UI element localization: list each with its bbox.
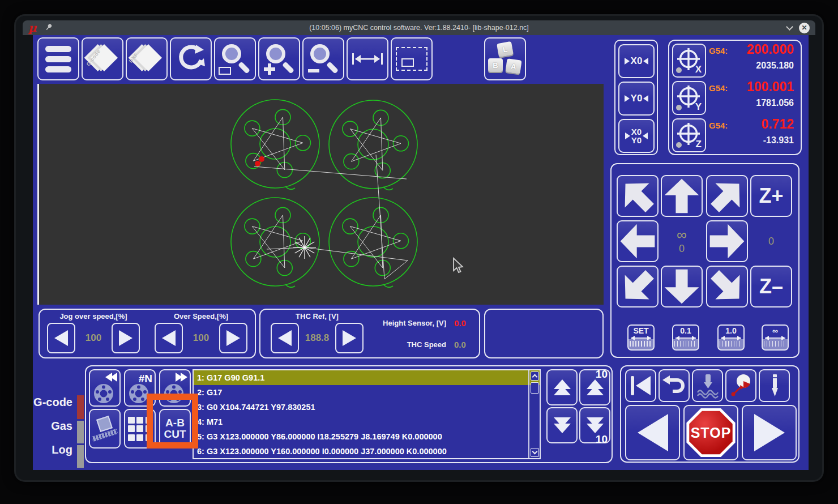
open-dxf-button[interactable]: DXF	[126, 37, 168, 80]
arrow-sw-icon	[611, 260, 664, 313]
jog-s-button[interactable]	[661, 266, 703, 307]
gcode-scrollbar[interactable]	[528, 370, 540, 458]
gcode-list[interactable]: 1: G17 G90 G91.1 2: G17 3: G0 X104.74472…	[193, 369, 541, 459]
stop-button[interactable]: STOP	[683, 405, 738, 460]
right-triangle-icon	[625, 95, 630, 102]
jog-ne-button[interactable]	[706, 175, 748, 217]
pen-down-button[interactable]	[759, 369, 790, 402]
down-arrow-icon	[554, 424, 571, 433]
probe-button[interactable]	[725, 369, 756, 402]
gcode-line[interactable]: 2: G17	[194, 385, 540, 400]
axis-dot-icon	[676, 142, 682, 148]
thc-speed-label: THC Speed	[407, 340, 446, 349]
axis-z-button[interactable]: Z	[672, 118, 706, 152]
zero-panel: X0 Y0 X0 Y0	[614, 40, 658, 155]
set-x0-button[interactable]: X0	[618, 44, 655, 78]
jog-step-set-button[interactable]: SET	[627, 324, 655, 351]
key-b: B	[488, 58, 503, 72]
work-area-icon	[396, 47, 427, 71]
run-forward-button[interactable]	[742, 405, 797, 460]
over-speed-increase-button[interactable]	[219, 323, 247, 353]
axis-z-letter: Z	[696, 139, 702, 150]
jog-z-readout: 0	[750, 220, 792, 262]
gcode-line[interactable]: 4: M71	[194, 415, 540, 429]
prev-part-button[interactable]	[89, 369, 121, 407]
line-up-10-button[interactable]: 10	[579, 369, 610, 405]
scroll-up-button[interactable]	[531, 371, 539, 381]
open-gcode-icon: G-code	[85, 41, 120, 76]
jog-w-button[interactable]	[617, 220, 659, 262]
jog-speed-decrease-button[interactable]	[47, 323, 75, 353]
measure-button[interactable]	[347, 37, 388, 80]
jog-over-speed-label: Jog over speed,[%]	[40, 312, 147, 321]
thc-ref-increase-button[interactable]	[335, 323, 364, 353]
jog-step-infinity-button[interactable]: ∞	[762, 324, 789, 351]
zoom-in-button[interactable]	[258, 37, 300, 80]
ruler-icon	[630, 341, 652, 347]
work-area-button[interactable]	[391, 37, 433, 80]
tab-log[interactable]: Log	[33, 443, 72, 456]
gcode-line[interactable]: 3: G0 X104.744721 Y97.830251	[194, 400, 540, 415]
axis-dot-icon	[676, 105, 682, 110]
run-backward-button[interactable]	[625, 405, 680, 460]
tab-log-indicator	[77, 445, 84, 468]
set-y0-button[interactable]: Y0	[618, 82, 655, 116]
zoom-out-icon	[307, 43, 340, 75]
spare-panel	[484, 309, 604, 358]
jog-step-01-button[interactable]: 0.1	[672, 324, 699, 351]
jog-sw-button[interactable]	[617, 266, 659, 307]
jog-speed-panel: Jog over speed,[%] 100 Over Speed,[%] 10…	[39, 309, 256, 358]
pierce-icon	[695, 373, 721, 399]
coords-panel: X G54: 200.000 2035.180	[668, 40, 802, 155]
tab-gas-indicator	[77, 421, 84, 443]
tab-gas[interactable]: Gas	[33, 420, 72, 433]
line-down-10-button[interactable]: 10	[579, 407, 610, 443]
gcode-line[interactable]: 5: G3 X123.000000 Y86.000000 I18.255279 …	[194, 429, 540, 444]
jog-se-button[interactable]	[706, 266, 748, 307]
scroll-thumb[interactable]	[531, 382, 539, 394]
jog-speed-increase-button[interactable]	[112, 323, 140, 353]
jog-panel: Z+ ∞ 0 0 Z–	[610, 163, 799, 358]
refresh-icon	[176, 44, 206, 74]
back-to-path-button[interactable]	[659, 369, 690, 402]
open-gcode-button[interactable]: G-code	[82, 37, 123, 80]
hotkeys-button[interactable]: L B A	[484, 37, 526, 80]
toolpath-canvas[interactable]	[37, 84, 604, 305]
set-xy0-button[interactable]: X0 Y0	[618, 119, 655, 153]
flange-icon	[92, 380, 117, 404]
thc-ref-decrease-button[interactable]	[271, 323, 299, 353]
gcode-line[interactable]: 1: G17 G90 G91.1	[194, 370, 540, 385]
axis-y-button[interactable]: Y	[672, 81, 706, 115]
jog-z-plus-button[interactable]: Z+	[750, 175, 792, 217]
g54-label: G54:	[709, 83, 728, 93]
chevron-down-icon	[532, 449, 538, 455]
left-triangle-icon	[643, 58, 648, 65]
jog-nw-button[interactable]	[617, 175, 659, 217]
zoom-fit-button[interactable]	[214, 37, 256, 80]
window: µ (10:05:06) myCNC control software. Ver…	[16, 16, 822, 480]
rotate-part-button[interactable]	[89, 409, 121, 449]
shade-chevron-icon[interactable]	[786, 23, 793, 31]
axis-x-button[interactable]: X	[672, 44, 706, 78]
line-up-button[interactable]	[546, 369, 578, 405]
jog-e-button[interactable]	[706, 220, 748, 262]
rewind-icon	[105, 373, 117, 382]
right-triangle-icon	[625, 58, 630, 65]
zoom-out-button[interactable]	[302, 37, 344, 80]
menu-button[interactable]	[37, 37, 79, 80]
up-arrow-icon	[554, 386, 571, 395]
line-down-button[interactable]	[546, 407, 578, 443]
tab-gcode[interactable]: G-code	[33, 396, 72, 409]
gcode-line[interactable]: 6: G3 X123.000000 Y160.000000 I0.000000 …	[194, 444, 540, 459]
scroll-down-button[interactable]	[531, 448, 539, 457]
jog-step-10-button[interactable]: 1.0	[717, 324, 745, 351]
jog-z-minus-button[interactable]: Z–	[750, 266, 792, 307]
run-from-start-button[interactable]	[625, 369, 656, 402]
over-speed-decrease-button[interactable]	[155, 323, 183, 353]
jog-n-button[interactable]	[661, 175, 703, 217]
reload-button[interactable]	[170, 37, 212, 80]
close-icon[interactable]: ✕	[799, 23, 810, 33]
menu-icon	[45, 46, 71, 72]
pierce-button[interactable]	[692, 369, 723, 402]
highlight-box	[147, 394, 198, 449]
